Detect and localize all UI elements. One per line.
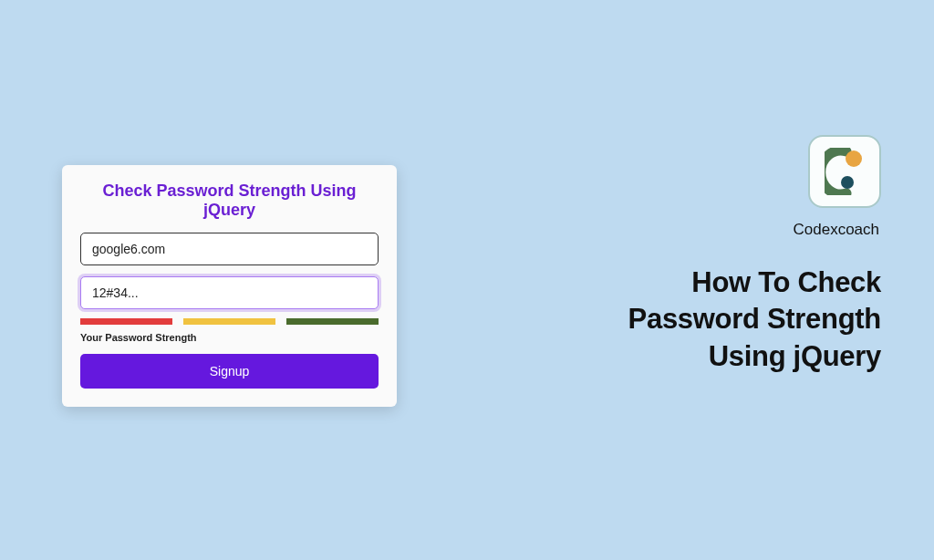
password-field[interactable]: [80, 276, 379, 309]
password-strength-card: Check Password Strength Using jQuery You…: [62, 165, 397, 407]
svg-point-0: [846, 150, 862, 167]
page-headline: How To Check Password Strength Using jQu…: [598, 264, 881, 375]
brand-logo: [808, 135, 881, 208]
svg-point-1: [841, 176, 854, 189]
strength-bar-weak: [80, 318, 172, 325]
strength-label: Your Password Strength: [80, 332, 379, 343]
strength-meter: [80, 318, 379, 325]
brand-name: Codexcoach: [598, 221, 879, 239]
strength-bar-medium: [183, 318, 275, 325]
card-title: Check Password Strength Using jQuery: [80, 181, 379, 220]
logo-icon: [825, 148, 865, 195]
strength-bar-strong: [286, 318, 379, 325]
info-panel: Codexcoach How To Check Password Strengt…: [598, 135, 881, 375]
email-field[interactable]: [80, 233, 379, 265]
signup-button[interactable]: Signup: [80, 354, 379, 389]
